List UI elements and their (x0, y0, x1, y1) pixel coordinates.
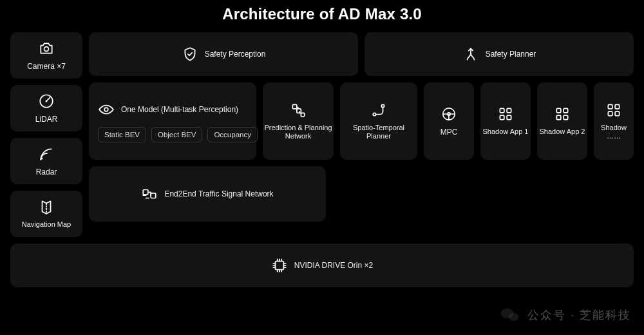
svg-rect-12 (500, 109, 504, 113)
sensor-navmap: Navigation Map (10, 191, 82, 237)
merge-icon (462, 46, 479, 62)
sensor-column: Camera ×7 LiDAR Radar Navigation Map (10, 32, 82, 237)
ppn-label: Prediction & Planning Network (263, 124, 334, 140)
svg-rect-15 (507, 116, 511, 120)
svg-rect-23 (615, 111, 620, 116)
svg-rect-17 (564, 109, 568, 113)
sensor-radar-label: Radar (36, 168, 57, 177)
one-model-pills: Static BEV Object BEV Occupancy (98, 127, 258, 142)
svg-rect-26 (275, 262, 283, 270)
mpc: MPC (424, 82, 474, 160)
pill-static-bev: Static BEV (98, 127, 146, 142)
camera-icon (38, 40, 55, 57)
watermark: 公众号 · 芝能科技 (499, 304, 631, 326)
shadow-app-2: Shadow App 2 (537, 82, 587, 160)
sensor-camera-label: Camera ×7 (27, 62, 66, 71)
svg-rect-22 (608, 111, 612, 116)
svg-rect-18 (556, 116, 561, 120)
one-model-title: One Model (Multi-task Perception) (121, 105, 238, 114)
sensor-camera: Camera ×7 (10, 32, 82, 79)
watermark-text: 公众号 · 芝能科技 (527, 307, 631, 323)
svg-rect-5 (292, 104, 297, 109)
steering-icon (440, 106, 457, 122)
safety-row: Safety Perception Safety Planner (89, 32, 634, 76)
sensor-radar: Radar (10, 138, 82, 184)
apps-icon (554, 106, 571, 122)
prediction-planning-network: Prediction & Planning Network (263, 82, 334, 160)
compute-label: NVIDIA DRIVE Orin ×2 (294, 261, 373, 270)
apps-icon (605, 102, 622, 119)
page-title: Architecture of AD Max 3.0 (10, 5, 634, 23)
main-column: Safety Perception Safety Planner One Mod… (89, 32, 634, 237)
pill-occupancy: Occupancy (207, 127, 258, 142)
shadow-app-more: Shadow …… (594, 82, 634, 160)
spatio-temporal-planner: Spatio-Temporal Planner (340, 82, 417, 160)
svg-rect-20 (608, 104, 612, 109)
svg-point-27 (501, 308, 514, 318)
svg-point-4 (104, 108, 108, 111)
graph-nodes-icon (290, 102, 307, 119)
mpc-label: MPC (440, 128, 458, 137)
svg-rect-14 (500, 116, 504, 120)
shadow-app-more-label: Shadow …… (594, 124, 634, 140)
lidar-icon (38, 93, 55, 110)
shield-icon (182, 46, 198, 62)
safety-perception-label: Safety Perception (205, 50, 266, 59)
route-icon (370, 102, 387, 119)
shadow-app-1: Shadow App 1 (480, 82, 531, 160)
eye-icon (98, 101, 115, 118)
traffic-row: End2End Traffic Signal Network (89, 166, 326, 222)
svg-rect-21 (615, 104, 620, 109)
safety-planner: Safety Planner (365, 32, 634, 76)
sensor-navmap-label: Navigation Map (22, 220, 71, 229)
svg-point-2 (45, 100, 47, 102)
safety-perception: Safety Perception (89, 32, 358, 76)
svg-rect-16 (556, 109, 561, 113)
shadow-app-2-label: Shadow App 2 (540, 128, 585, 136)
chip-icon (271, 257, 288, 274)
traffic-signal-network: End2End Traffic Signal Network (89, 166, 326, 222)
svg-point-0 (44, 47, 49, 52)
safety-planner-label: Safety Planner (486, 50, 536, 59)
pill-object-bev: Object BEV (151, 127, 202, 142)
svg-rect-13 (507, 109, 511, 113)
apps-icon (497, 106, 514, 122)
stp-label: Spatio-Temporal Planner (340, 124, 417, 140)
shadow-app-1-label: Shadow App 1 (483, 128, 529, 136)
radar-icon (38, 146, 55, 162)
svg-point-28 (509, 312, 519, 321)
one-model: One Model (Multi-task Perception) Static… (89, 82, 256, 160)
architecture-grid: Camera ×7 LiDAR Radar Navigation Map (10, 32, 634, 237)
svg-rect-7 (301, 113, 304, 116)
svg-point-3 (41, 158, 43, 160)
perception-planning-row: One Model (Multi-task Perception) Static… (89, 82, 634, 160)
svg-rect-6 (297, 109, 301, 113)
traffic-label: End2End Traffic Signal Network (164, 189, 273, 198)
compute-platform: NVIDIA DRIVE Orin ×2 (10, 244, 634, 287)
svg-rect-25 (151, 193, 156, 198)
map-icon (38, 198, 55, 215)
wechat-icon (499, 304, 521, 326)
sensor-lidar-label: LiDAR (35, 115, 58, 124)
traffic-signal-icon (141, 186, 158, 202)
sensor-lidar: LiDAR (10, 85, 82, 131)
svg-rect-19 (564, 116, 568, 120)
svg-rect-24 (144, 190, 149, 195)
